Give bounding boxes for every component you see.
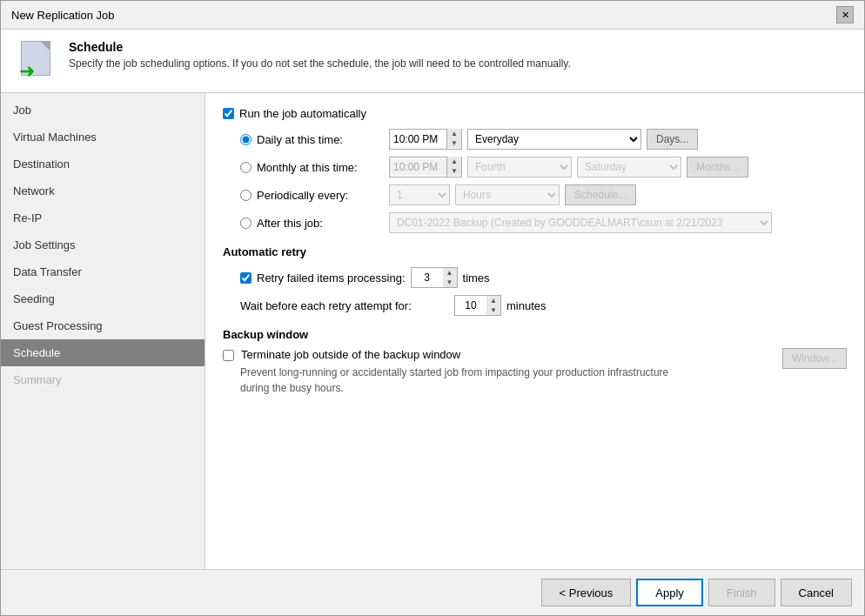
after-job-select[interactable]: DC01-2022 Backup (Created by GOODDEALMAR… bbox=[389, 212, 772, 233]
monthly-time-down[interactable]: ▼ bbox=[447, 166, 461, 176]
run-auto-row: Run the job automatically bbox=[223, 107, 847, 120]
retry-checkbox[interactable] bbox=[240, 272, 251, 284]
previous-button[interactable]: < Previous bbox=[541, 579, 632, 606]
periodic-value-select[interactable]: 1 2 3 bbox=[389, 184, 450, 205]
daily-row: Daily at this time: ▲ ▼ Everyday Weekday… bbox=[240, 129, 847, 150]
after-job-row: After this job: DC01-2022 Backup (Create… bbox=[240, 212, 847, 233]
retry-times-field[interactable] bbox=[412, 270, 443, 285]
content-area: Job Virtual Machines Destination Network… bbox=[1, 93, 864, 569]
title-bar: New Replication Job ✕ bbox=[1, 1, 864, 30]
backup-section: Backup window Terminate job outside of t… bbox=[223, 328, 847, 396]
periodic-radio-label[interactable]: Periodically every: bbox=[240, 189, 384, 202]
wait-field[interactable] bbox=[455, 298, 486, 313]
header-section: ➜ Schedule Specify the job scheduling op… bbox=[1, 30, 864, 93]
run-auto-checkbox[interactable] bbox=[223, 108, 234, 119]
monthly-time-field[interactable] bbox=[390, 159, 446, 175]
retry-checkbox-row: Retry failed items processing: ▲ ▼ times bbox=[240, 267, 847, 288]
sidebar-item-summary[interactable]: Summary bbox=[1, 366, 205, 393]
header-description: Specify the job scheduling options. If y… bbox=[69, 57, 571, 70]
monthly-time-up[interactable]: ▲ bbox=[447, 157, 461, 166]
daily-time-input: ▲ ▼ bbox=[389, 129, 462, 150]
sidebar-item-data-transfer[interactable]: Data Transfer bbox=[1, 258, 205, 285]
backup-description: Prevent long-running or accidentally sta… bbox=[240, 365, 693, 396]
sidebar-item-seeding[interactable]: Seeding bbox=[1, 285, 205, 312]
wait-spinner: ▲ ▼ bbox=[486, 296, 500, 315]
sidebar-item-schedule[interactable]: Schedule bbox=[1, 339, 205, 366]
monthly-radio[interactable] bbox=[240, 162, 251, 173]
sidebar-item-destination[interactable]: Destination bbox=[1, 151, 205, 177]
daily-radio[interactable] bbox=[240, 134, 251, 145]
sidebar-item-guest-processing[interactable]: Guest Processing bbox=[1, 312, 205, 339]
sidebar-item-job-settings[interactable]: Job Settings bbox=[1, 231, 205, 258]
cancel-button[interactable]: Cancel bbox=[781, 579, 852, 606]
monthly-radio-label[interactable]: Monthly at this time: bbox=[240, 161, 384, 174]
daily-radio-label[interactable]: Daily at this time: bbox=[240, 133, 384, 146]
header-text: Schedule Specify the job scheduling opti… bbox=[69, 40, 571, 70]
apply-button[interactable]: Apply bbox=[636, 579, 703, 606]
close-button[interactable]: ✕ bbox=[836, 6, 854, 23]
after-radio[interactable] bbox=[240, 218, 251, 229]
monthly-time-input: ▲ ▼ bbox=[389, 157, 462, 177]
sidebar-item-job[interactable]: Job bbox=[1, 97, 205, 124]
window-button[interactable]: Window... bbox=[782, 348, 847, 369]
wait-label: Wait before each retry attempt for: bbox=[240, 299, 449, 312]
backup-left: Terminate job outside of the backup wind… bbox=[223, 348, 774, 396]
months-button[interactable]: Months... bbox=[687, 157, 748, 177]
retry-times-spinner: ▲ ▼ bbox=[443, 268, 457, 287]
wait-down[interactable]: ▼ bbox=[486, 305, 500, 315]
main-panel: Run the job automatically Daily at this … bbox=[205, 93, 864, 569]
backup-row: Terminate job outside of the backup wind… bbox=[223, 348, 847, 396]
footer: < Previous Apply Finish Cancel bbox=[1, 569, 864, 615]
periodic-row: Periodically every: 1 2 3 Hours Minutes … bbox=[240, 184, 847, 205]
after-radio-label[interactable]: After this job: bbox=[240, 217, 384, 230]
monthly-day-select[interactable]: Sunday Monday Tuesday Wednesday Thursday… bbox=[577, 157, 681, 177]
monthly-row: Monthly at this time: ▲ ▼ First Second T… bbox=[240, 157, 847, 177]
finish-button[interactable]: Finish bbox=[708, 579, 775, 606]
sidebar-item-virtual-machines[interactable]: Virtual Machines bbox=[1, 124, 205, 151]
retry-label[interactable]: Retry failed items processing: bbox=[257, 271, 406, 285]
daily-time-field[interactable] bbox=[390, 131, 446, 147]
wait-suffix: minutes bbox=[506, 299, 546, 312]
wait-input: ▲ ▼ bbox=[454, 295, 501, 316]
terminate-label[interactable]: Terminate job outside of the backup wind… bbox=[241, 348, 460, 361]
sidebar-item-network[interactable]: Network bbox=[1, 177, 205, 204]
monthly-time-spinner: ▲ ▼ bbox=[446, 157, 461, 177]
retry-times-suffix: times bbox=[463, 271, 490, 285]
backup-section-label: Backup window bbox=[223, 328, 847, 341]
schedule-button[interactable]: Schedule... bbox=[565, 184, 636, 205]
monthly-week-select[interactable]: First Second Third Fourth Last bbox=[467, 157, 572, 177]
wait-up[interactable]: ▲ bbox=[486, 296, 500, 305]
daily-time-up[interactable]: ▲ bbox=[447, 129, 461, 138]
sidebar-item-re-ip[interactable]: Re-IP bbox=[1, 204, 205, 231]
retry-section-label: Automatic retry bbox=[223, 245, 847, 258]
periodic-unit-select[interactable]: Hours Minutes bbox=[455, 184, 560, 205]
header-icon: ➜ bbox=[15, 40, 57, 82]
backup-description-block: Prevent long-running or accidentally sta… bbox=[223, 365, 774, 396]
header-title: Schedule bbox=[69, 40, 571, 54]
sidebar: Job Virtual Machines Destination Network… bbox=[1, 93, 205, 569]
dialog-title: New Replication Job bbox=[11, 9, 115, 22]
retry-times-input: ▲ ▼ bbox=[411, 267, 458, 288]
daily-time-spinner: ▲ ▼ bbox=[446, 129, 461, 150]
schedule-options: Daily at this time: ▲ ▼ Everyday Weekday… bbox=[240, 129, 847, 233]
wait-row: Wait before each retry attempt for: ▲ ▼ … bbox=[240, 295, 847, 316]
terminate-checkbox[interactable] bbox=[223, 350, 234, 361]
periodic-radio[interactable] bbox=[240, 190, 251, 201]
days-button[interactable]: Days... bbox=[647, 129, 698, 150]
retry-times-down[interactable]: ▼ bbox=[443, 278, 457, 287]
daily-time-down[interactable]: ▼ bbox=[447, 138, 461, 148]
run-auto-label[interactable]: Run the job automatically bbox=[239, 107, 366, 120]
dialog: New Replication Job ✕ ➜ Schedule Specify… bbox=[0, 0, 865, 616]
retry-times-up[interactable]: ▲ bbox=[443, 268, 457, 278]
daily-recurrence-select[interactable]: Everyday Weekdays Weekends bbox=[467, 129, 641, 150]
